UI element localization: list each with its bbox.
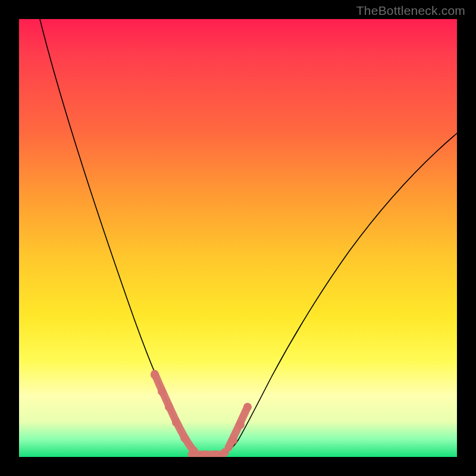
- plot-area: [19, 19, 457, 457]
- marker-dot: [180, 434, 189, 442]
- marker-dot: [165, 403, 173, 411]
- marker-dot: [229, 436, 237, 444]
- marker-dot: [243, 403, 252, 411]
- watermark-text: TheBottleneck.com: [356, 4, 465, 18]
- marker-dot: [221, 448, 229, 456]
- bottleneck-curve: [40, 19, 457, 455]
- marker-dot: [158, 387, 166, 396]
- curve-svg: [19, 19, 457, 457]
- chart-container: TheBottleneck.com: [0, 0, 476, 476]
- marker-dot: [236, 421, 245, 429]
- marker-dot: [151, 371, 159, 379]
- marker-dot: [172, 418, 180, 427]
- marker-dot: [190, 447, 198, 455]
